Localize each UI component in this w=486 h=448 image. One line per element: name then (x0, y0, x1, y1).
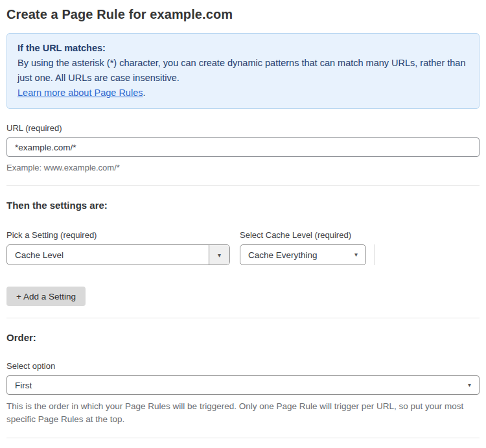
link-suffix: . (143, 88, 145, 98)
cache-level-select[interactable]: Cache Everything ▾ (240, 244, 366, 265)
page-rule-form: Create a Page Rule for example.com If th… (0, 0, 486, 448)
url-match-info-box: If the URL matches: By using the asteris… (6, 33, 480, 109)
order-select-label: Select option (6, 361, 480, 371)
info-box-body: By using the asterisk (*) character, you… (17, 56, 469, 86)
order-section-heading: Order: (6, 332, 480, 343)
setting-select-label: Pick a Setting (required) (6, 230, 230, 240)
settings-row: Pick a Setting (required) Cache Level ▾ … (6, 230, 480, 265)
order-helper-text: This is the order in which your Page Rul… (6, 400, 473, 426)
add-setting-button[interactable]: + Add a Setting (6, 287, 86, 306)
cache-level-select-group: Select Cache Level (required) Cache Ever… (240, 230, 366, 265)
chevron-down-icon: ▾ (354, 252, 365, 258)
order-select[interactable]: First ▾ (6, 375, 480, 395)
cache-level-select-value: Cache Everything (240, 250, 354, 260)
setting-select-value: Cache Level (7, 250, 209, 260)
vertical-separator (374, 244, 375, 265)
add-setting-wrap: + Add a Setting (6, 287, 480, 306)
url-field-label: URL (required) (6, 123, 480, 133)
url-field-group: URL (required) Example: www.example.com/… (6, 123, 480, 174)
learn-more-link[interactable]: Learn more about Page Rules (17, 88, 143, 98)
url-input[interactable] (6, 137, 480, 157)
divider (6, 185, 480, 186)
page-title: Create a Page Rule for example.com (6, 7, 480, 22)
order-field-group: Select option First ▾ This is the order … (6, 361, 480, 426)
cache-level-select-label: Select Cache Level (required) (240, 230, 366, 240)
order-select-value: First (7, 381, 468, 390)
chevron-down-icon: ▾ (468, 382, 479, 388)
setting-select[interactable]: Cache Level ▾ (6, 244, 230, 265)
info-box-link-line: Learn more about Page Rules. (17, 86, 469, 100)
settings-section-heading: Then the settings are: (6, 200, 480, 211)
chevron-down-icon[interactable]: ▾ (209, 245, 229, 265)
divider (6, 438, 480, 438)
url-helper-text: Example: www.example.com/* (6, 161, 480, 174)
setting-select-group: Pick a Setting (required) Cache Level ▾ (6, 230, 230, 265)
info-box-heading: If the URL matches: (17, 41, 469, 56)
divider (6, 318, 480, 318)
